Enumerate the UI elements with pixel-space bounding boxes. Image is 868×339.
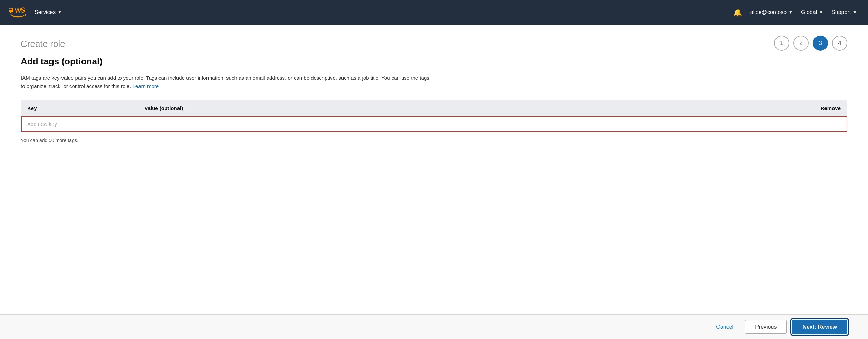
user-menu-button[interactable]: alice@contoso ▼	[748, 8, 795, 17]
step-indicators: 1 2 3 4	[774, 36, 847, 51]
previous-button[interactable]: Previous	[745, 320, 787, 334]
tag-input-row	[21, 116, 847, 132]
footer: Cancel Previous Next: Review	[0, 314, 868, 339]
learn-more-link[interactable]: Learn more	[132, 83, 159, 89]
main-content: Create role 1 2 3 4 Add tags (optional) …	[0, 25, 868, 314]
remove-column-header: Remove	[814, 100, 847, 116]
step-3-active: 3	[813, 36, 828, 51]
user-caret: ▼	[789, 10, 793, 15]
section-title: Add tags (optional)	[21, 56, 847, 67]
remove-cell	[814, 116, 847, 132]
step-4: 4	[832, 36, 847, 51]
tag-key-input[interactable]	[25, 119, 135, 129]
page-title: Create role	[21, 39, 847, 49]
key-column-header: Key	[21, 100, 138, 116]
top-navbar: Services ▼ 🔔 alice@contoso ▼ Global ▼ Su…	[0, 0, 868, 25]
region-label: Global	[801, 9, 817, 16]
services-label: Services	[35, 9, 56, 16]
notifications-button[interactable]: 🔔	[731, 7, 745, 18]
step-1: 1	[774, 36, 789, 51]
value-column-header: Value (optional)	[138, 100, 814, 116]
user-label: alice@contoso	[750, 9, 787, 16]
table-header: Key Value (optional) Remove	[21, 100, 847, 116]
support-caret: ▼	[853, 10, 857, 15]
support-menu-button[interactable]: Support ▼	[829, 8, 860, 17]
aws-logo	[8, 7, 26, 18]
bell-icon: 🔔	[733, 8, 742, 17]
tag-count-text: You can add 50 more tags.	[21, 138, 847, 143]
key-cell	[21, 116, 138, 132]
support-label: Support	[831, 9, 851, 16]
tag-value-input[interactable]	[142, 119, 811, 129]
services-caret: ▼	[58, 10, 62, 15]
next-review-button[interactable]: Next: Review	[792, 320, 847, 334]
region-caret: ▼	[819, 10, 823, 15]
value-cell	[138, 116, 814, 132]
tags-table: Key Value (optional) Remove	[21, 100, 847, 132]
services-menu-button[interactable]: Services ▼	[32, 8, 65, 17]
region-menu-button[interactable]: Global ▼	[798, 8, 826, 17]
cancel-button[interactable]: Cancel	[710, 320, 740, 333]
description-text: IAM tags are key-value pairs you can add…	[21, 74, 435, 90]
step-2: 2	[793, 36, 809, 51]
